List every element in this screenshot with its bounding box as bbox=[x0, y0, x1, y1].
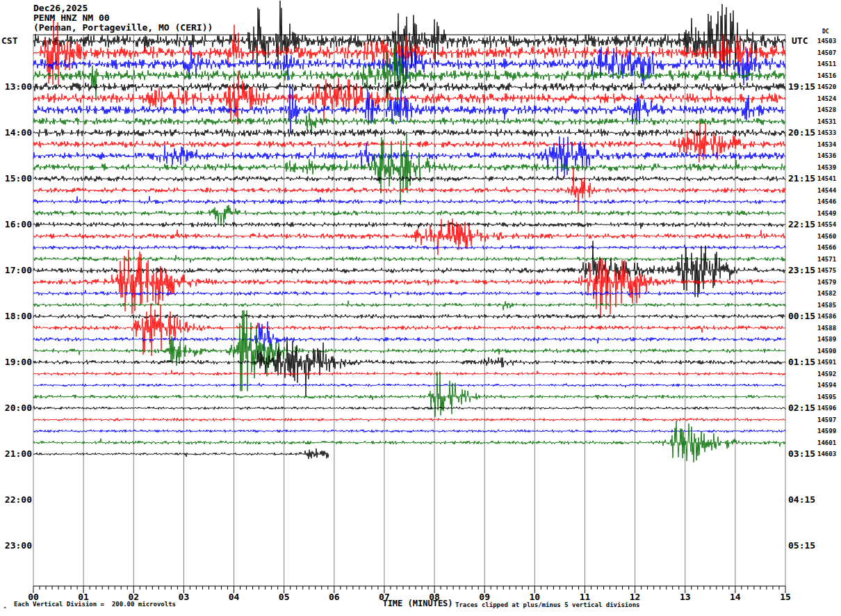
cst-label-13:00: 13:00 bbox=[0, 81, 32, 92]
dc-value: 14582 bbox=[817, 289, 836, 298]
dc-value: 14560 bbox=[817, 232, 836, 241]
dc-value: 14520 bbox=[817, 83, 836, 91]
dc-value: 14594 bbox=[817, 381, 836, 389]
dc-value: 14579 bbox=[817, 278, 836, 286]
trace-row-1-black bbox=[33, 1, 785, 81]
trace-row-23-blue bbox=[33, 290, 785, 298]
dc-value: 14575 bbox=[817, 266, 836, 275]
trace-row-15-blue bbox=[33, 196, 785, 204]
dc-value: 14536 bbox=[817, 152, 836, 160]
utc-label-21:15: 21:15 bbox=[788, 173, 820, 184]
trace-row-9-black bbox=[33, 129, 785, 136]
dc-value: 14585 bbox=[817, 301, 836, 309]
utc-label-03:15: 03:15 bbox=[788, 448, 820, 460]
trace-row-19-blue bbox=[33, 245, 785, 250]
x-tick-label-12: 12 bbox=[624, 592, 646, 602]
trace-row-7-blue bbox=[33, 84, 785, 133]
x-tick-label-05: 05 bbox=[273, 592, 295, 602]
dc-value: 14507 bbox=[817, 49, 836, 57]
x-tick-label-04: 04 bbox=[223, 592, 245, 602]
dc-value: 14534 bbox=[817, 140, 836, 149]
cst-label-20:00: 20:00 bbox=[0, 403, 32, 414]
dc-value: 14599 bbox=[817, 427, 836, 435]
dc-value: 14571 bbox=[817, 255, 836, 264]
trace-row-34-red bbox=[33, 418, 785, 421]
trace-row-16-green bbox=[33, 205, 785, 226]
trace-row-8-green bbox=[33, 113, 785, 135]
vertical-scale-note: Each Vertical Division = 200.00 microvol… bbox=[14, 601, 176, 608]
utc-label-04:15: 04:15 bbox=[788, 494, 820, 505]
x-tick-label-15: 15 bbox=[774, 592, 797, 602]
utc-label-23:15: 23:15 bbox=[788, 265, 820, 276]
trace-row-35-blue bbox=[33, 430, 785, 432]
dc-value: 14603 bbox=[817, 450, 836, 458]
dc-value: 14544 bbox=[817, 186, 836, 195]
x-tick-label-03: 03 bbox=[172, 592, 195, 602]
trace-row-36-green bbox=[33, 421, 785, 462]
cst-label-17:00: 17:00 bbox=[0, 265, 32, 276]
cst-label-18:00: 18:00 bbox=[0, 311, 32, 322]
trace-row-32-green bbox=[33, 372, 785, 417]
dc-value: 14589 bbox=[817, 335, 836, 343]
dc-value: 14566 bbox=[817, 243, 836, 252]
trace-row-29-black bbox=[33, 339, 785, 398]
dc-value: 14531 bbox=[817, 117, 836, 126]
dc-value: 14595 bbox=[817, 393, 836, 401]
x-tick-label-11: 11 bbox=[573, 592, 596, 602]
dc-value: 14597 bbox=[817, 416, 836, 424]
helicorder-plot bbox=[0, 0, 841, 616]
utc-label-01:15: 01:15 bbox=[788, 357, 820, 368]
trace-row-17-black bbox=[33, 222, 785, 229]
dc-value: 14591 bbox=[817, 358, 836, 366]
trace-row-20-green bbox=[33, 255, 785, 263]
utc-label-02:15: 02:15 bbox=[788, 403, 820, 414]
dc-value: 14541 bbox=[817, 175, 836, 183]
dc-value: 14546 bbox=[817, 197, 836, 206]
dc-value: 14524 bbox=[817, 95, 836, 103]
utc-label-05:15: 05:15 bbox=[788, 540, 820, 551]
dc-value: 14549 bbox=[817, 209, 836, 218]
corner-glyph: ₘ bbox=[3, 604, 6, 610]
x-tick-label-09: 09 bbox=[473, 592, 496, 602]
trace-row-5-black bbox=[33, 81, 785, 98]
dc-value: 14539 bbox=[817, 163, 836, 172]
dc-value: 14590 bbox=[817, 347, 836, 355]
utc-label-00:15: 00:15 bbox=[788, 311, 820, 322]
cst-label-14:00: 14:00 bbox=[0, 127, 32, 138]
dc-value: 14533 bbox=[817, 129, 836, 137]
trace-row-37-black bbox=[33, 448, 329, 459]
dc-value: 14554 bbox=[817, 220, 836, 229]
cst-label-22:00: 22:00 bbox=[0, 494, 32, 505]
dc-value: 14503 bbox=[817, 37, 836, 45]
utc-label-22:15: 22:15 bbox=[788, 219, 820, 230]
dc-value: 14601 bbox=[817, 439, 836, 447]
trace-row-30-red bbox=[33, 370, 785, 375]
x-tick-label-06: 06 bbox=[323, 592, 345, 602]
dc-value: 14528 bbox=[817, 106, 836, 114]
cst-label-19:00: 19:00 bbox=[0, 357, 32, 368]
time-axis-label: TIME (MINUTES) bbox=[376, 599, 459, 608]
dc-value: 14592 bbox=[817, 370, 836, 378]
cst-label-21:00: 21:00 bbox=[0, 448, 32, 460]
trace-row-14-red bbox=[33, 168, 785, 212]
dc-value: 14596 bbox=[817, 404, 836, 412]
cst-label-16:00: 16:00 bbox=[0, 219, 32, 230]
trace-row-13-black bbox=[33, 176, 785, 181]
trace-row-33-black bbox=[33, 406, 785, 410]
x-tick-label-10: 10 bbox=[523, 592, 546, 602]
cst-label-23:00: 23:00 bbox=[0, 540, 32, 551]
trace-row-31-blue bbox=[33, 383, 785, 388]
x-tick-label-13: 13 bbox=[674, 592, 696, 602]
dc-value: 14516 bbox=[817, 72, 836, 80]
dc-value: 14511 bbox=[817, 60, 836, 68]
dc-value: 14586 bbox=[817, 312, 836, 321]
dc-value: 14588 bbox=[817, 324, 836, 332]
utc-label-19:15: 19:15 bbox=[788, 81, 820, 92]
cst-label-15:00: 15:00 bbox=[0, 173, 32, 184]
trace-row-26-red bbox=[33, 304, 785, 356]
trace-row-24-green bbox=[33, 301, 785, 311]
x-tick-label-14: 14 bbox=[724, 592, 746, 602]
utc-label-20:15: 20:15 bbox=[788, 127, 820, 138]
clip-note: Traces clipped at plus/minus 5 vertical … bbox=[455, 601, 640, 608]
